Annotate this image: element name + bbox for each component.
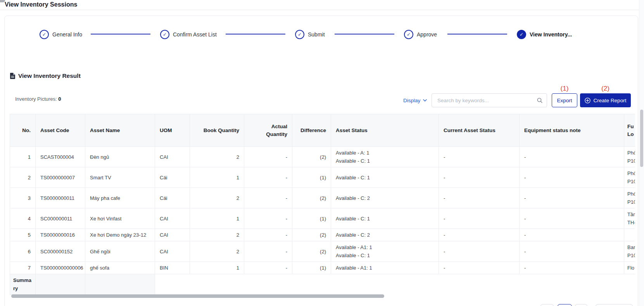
- cell-asset-name: Xe hơi Demo ngày 23-12: [85, 229, 155, 241]
- cell-function-location: BanP10: [624, 241, 635, 262]
- col-asset-code: Asset Code: [36, 114, 85, 147]
- cell-asset-status: Available - C: 2: [331, 229, 439, 241]
- cell-current-asset-status: -: [439, 262, 520, 274]
- cell-asset-name: Xe hơi Vinfast: [85, 208, 155, 229]
- cell-asset-code: TS0000000011: [36, 188, 85, 208]
- cell-actual-quantity: -: [244, 229, 292, 241]
- vertical-scrollbar-thumb[interactable]: [640, 110, 643, 167]
- cell-asset-code: SC000000011: [36, 208, 85, 229]
- check-icon: ✓: [295, 30, 304, 39]
- cell-function-location: Flo: [624, 262, 635, 274]
- table-row: 5TS0000000016Xe hơi Demo ngày 23-12CAI2-…: [10, 229, 635, 241]
- horizontal-scrollbar-thumb[interactable]: [11, 294, 384, 298]
- annotation-1: (1): [552, 85, 577, 93]
- cell-no: 7: [10, 262, 36, 274]
- cell-no: 2: [10, 167, 36, 188]
- col-uom: UOM: [155, 114, 190, 147]
- cell-current-asset-status: -: [439, 147, 520, 167]
- cell-book-quantity: 1: [190, 167, 244, 188]
- cell-difference: (1): [292, 208, 331, 229]
- cell-uom: CAI: [155, 241, 190, 262]
- table-body: 1SCAST000004Đèn ngủCAI2-(2)Available - A…: [10, 147, 635, 274]
- create-report-button[interactable]: Create Report: [580, 93, 631, 107]
- inventory-pictures: Inventory Pictures: 0: [15, 96, 61, 102]
- cell-no: 4: [10, 208, 36, 229]
- cell-asset-status: Available - C: 1: [331, 167, 439, 188]
- search-icon[interactable]: [537, 97, 543, 103]
- cell-book-quantity: 1: [190, 262, 244, 274]
- cell-asset-status: Available - A1: 1: [331, 262, 439, 274]
- vertical-scrollbar-track[interactable]: [639, 0, 644, 306]
- col-difference: Difference: [292, 114, 331, 147]
- col-equipment-status-note: Equipment status note: [520, 114, 624, 147]
- summary-cell: [85, 274, 155, 295]
- export-button[interactable]: Export: [552, 93, 577, 107]
- cell-function-location: TầnTH-: [624, 208, 635, 229]
- inventory-session-panel: ✓General Info✓Confirm Asset List✓Submit✓…: [4, 15, 638, 306]
- stepper-step-1[interactable]: ✓General Info: [40, 30, 82, 39]
- check-icon: ✓: [404, 30, 413, 39]
- check-icon: ✓: [160, 30, 169, 39]
- col-current-asset-status: Current Asset Status: [439, 114, 520, 147]
- inventory-result-table: No. Asset Code Asset Name UOM Book Quant…: [10, 114, 635, 295]
- create-report-label: Create Report: [594, 98, 627, 103]
- cell-equipment-status-note: -: [520, 147, 624, 167]
- stepper-step-4[interactable]: ✓Approve: [404, 30, 437, 39]
- cell-asset-status: Available - A: 1Available - C: 1: [331, 147, 439, 167]
- cell-equipment-status-note: -: [520, 229, 624, 241]
- cell-equipment-status-note: -: [520, 208, 624, 229]
- cell-no: 5: [10, 229, 36, 241]
- cell-equipment-status-note: -: [520, 188, 624, 208]
- cell-difference: (1): [292, 167, 331, 188]
- stepper-step-3[interactable]: ✓Submit: [295, 30, 325, 39]
- col-no: No.: [10, 114, 36, 147]
- cell-asset-name: Máy pha cafe: [85, 188, 155, 208]
- cell-function-location: PhòP10: [624, 167, 635, 188]
- plus-circle-icon: [585, 98, 590, 103]
- pagination-prev-button[interactable]: [540, 304, 554, 306]
- cell-book-quantity: 2: [190, 229, 244, 241]
- stepper-step-label: General Info: [52, 31, 82, 38]
- stepper-connector: [226, 34, 285, 34]
- cell-function-location: PhòP10: [624, 188, 635, 208]
- col-actual-quantity: Actual Quantity: [244, 114, 292, 147]
- cell-asset-code: TS0000000007: [36, 167, 85, 188]
- cell-uom: Cái: [155, 188, 190, 208]
- pagination-page-size-select[interactable]: [596, 304, 633, 306]
- inventory-result-table-container: No. Asset Code Asset Name UOM Book Quant…: [10, 114, 635, 295]
- result-section-title: View Inventory Result: [10, 72, 81, 79]
- pagination-page-button[interactable]: [558, 304, 572, 306]
- table-row: 6SC000000152Ghế ngồiCAI2-(2)Available - …: [10, 241, 635, 262]
- cell-difference: (1): [292, 262, 331, 274]
- cell-actual-quantity: -: [244, 167, 292, 188]
- cell-function-location: [624, 229, 635, 241]
- inventory-pictures-label: Inventory Pictures:: [15, 96, 57, 102]
- cell-book-quantity: 2: [190, 188, 244, 208]
- summary-empty-area: [155, 274, 635, 295]
- cell-function-location: PhòP10: [624, 147, 635, 167]
- cell-actual-quantity: -: [244, 188, 292, 208]
- cell-asset-code: TS0000000016: [36, 229, 85, 241]
- cell-difference: (2): [292, 241, 331, 262]
- stepper-step-label: Approve: [417, 31, 437, 38]
- pagination-next-button[interactable]: [575, 304, 587, 306]
- cell-uom: CAI: [155, 147, 190, 167]
- stepper-step-2[interactable]: ✓Confirm Asset List: [160, 30, 217, 39]
- cell-asset-name: Đèn ngủ: [85, 147, 155, 167]
- cell-no: 3: [10, 188, 36, 208]
- cell-asset-status: Available - C: 2: [331, 188, 439, 208]
- search-input[interactable]: [437, 97, 537, 104]
- table-row: 1SCAST000004Đèn ngủCAI2-(2)Available - A…: [10, 147, 635, 167]
- cell-actual-quantity: -: [244, 241, 292, 262]
- stepper-connector: [335, 34, 394, 34]
- stepper-step-5[interactable]: ✓View Inventory...: [517, 30, 572, 39]
- cell-current-asset-status: -: [439, 208, 520, 229]
- cell-no: 1: [10, 147, 36, 167]
- page-title: View Inventory Sessions: [5, 1, 77, 8]
- display-dropdown[interactable]: Display: [403, 93, 427, 107]
- cell-book-quantity: 2: [190, 147, 244, 167]
- chevron-down-icon: [423, 99, 427, 101]
- header-divider: [0, 10, 644, 10]
- cell-current-asset-status: -: [439, 229, 520, 241]
- cell-equipment-status-note: -: [520, 167, 624, 188]
